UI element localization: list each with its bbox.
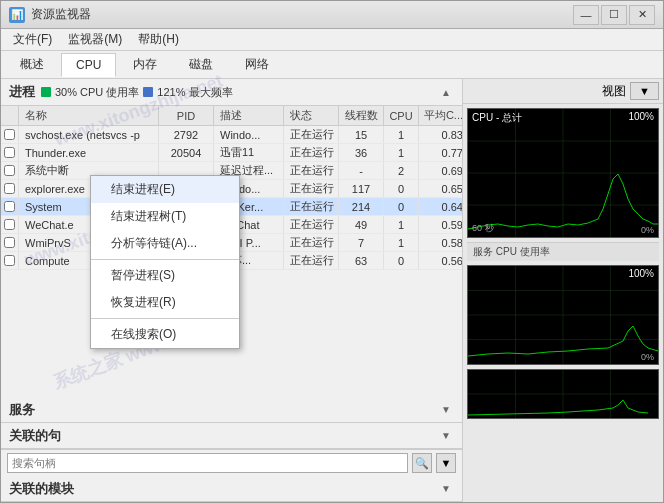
search-bar: 🔍 ▼ (1, 449, 462, 476)
tab-overview[interactable]: 概述 (5, 51, 59, 78)
context-menu-item[interactable]: 结束进程树(T) (91, 203, 239, 230)
service-header-left: 服务 (9, 401, 35, 419)
context-menu-item[interactable]: 结束进程(E) (91, 176, 239, 203)
time-label: 60 秒 (472, 222, 494, 235)
table-row[interactable]: Thunder.exe 20504 迅雷11 正在运行 36 1 0.77 (1, 144, 462, 162)
collapse-service-button[interactable]: ▼ (438, 402, 454, 418)
close-button[interactable]: ✕ (629, 5, 655, 25)
context-menu-item[interactable]: 在线搜索(O) (91, 321, 239, 348)
row-avg: 0.83 (419, 126, 462, 143)
row-cpu: 0 (384, 252, 419, 269)
table-row[interactable]: svchost.exe (netsvcs -p 2792 Windo... 正在… (1, 126, 462, 144)
context-menu: 结束进程(E)结束进程树(T)分析等待链(A)...暂停进程(S)恢复进程(R)… (90, 175, 240, 349)
row-threads: 214 (339, 198, 384, 215)
service-graph-svg (468, 266, 658, 364)
cpu-total-graph-svg (468, 109, 658, 237)
row-cpu: 0 (384, 198, 419, 215)
row-threads: 36 (339, 144, 384, 161)
row-checkbox[interactable] (1, 216, 19, 233)
service-cpu-graph: 100% 0% (467, 265, 659, 365)
row-name: Thunder.exe (19, 144, 159, 161)
row-desc: 迅雷11 (214, 144, 284, 161)
related-module-left: 关联的模块 (9, 480, 74, 498)
process-title: 进程 (9, 83, 35, 101)
row-threads: - (339, 162, 384, 179)
collapse-process-button[interactable]: ▲ (438, 84, 454, 100)
th-name[interactable]: 名称 (19, 106, 159, 125)
row-status: 正在运行 (284, 162, 339, 179)
row-checkbox[interactable] (1, 198, 19, 215)
row-cpu: 0 (384, 180, 419, 197)
process-section-header[interactable]: 进程 30% CPU 使用率 121% 最大频率 ▲ (1, 79, 462, 106)
search-button[interactable]: 🔍 (412, 453, 432, 473)
th-status[interactable]: 状态 (284, 106, 339, 125)
row-checkbox[interactable] (1, 162, 19, 179)
th-pid[interactable]: PID (159, 106, 214, 125)
title-left: 📊 资源监视器 (9, 6, 91, 23)
service-zero: 0% (641, 352, 654, 362)
tab-disk[interactable]: 磁盘 (174, 51, 228, 78)
row-checkbox[interactable] (1, 234, 19, 251)
th-cpu[interactable]: CPU (384, 106, 419, 125)
context-menu-separator (91, 318, 239, 319)
collapse-handle-button[interactable]: ▼ (438, 428, 454, 444)
menu-help[interactable]: 帮助(H) (130, 29, 187, 50)
related-module-title: 关联的模块 (9, 480, 74, 498)
view-dropdown-button[interactable]: ▼ (630, 82, 659, 100)
search-options-button[interactable]: ▼ (436, 453, 456, 473)
tab-network[interactable]: 网络 (230, 51, 284, 78)
row-cpu: 1 (384, 126, 419, 143)
related-handle-left: 关联的句 (9, 427, 61, 445)
row-pid: 2792 (159, 126, 214, 143)
row-avg: 0.65 (419, 180, 462, 197)
maximize-button[interactable]: ☐ (601, 5, 627, 25)
th-avg[interactable]: 平均C... (419, 106, 462, 125)
row-cpu: 1 (384, 234, 419, 251)
row-avg: 0.56 (419, 252, 462, 269)
cpu-graph-area: CPU - 总计 100% 60 秒 0% (463, 104, 663, 502)
service-title: 服务 (9, 401, 35, 419)
row-checkbox[interactable] (1, 180, 19, 197)
minimize-button[interactable]: — (573, 5, 599, 25)
process-header-left: 进程 30% CPU 使用率 121% 最大频率 (9, 83, 233, 101)
row-status: 正在运行 (284, 180, 339, 197)
related-module-section-header[interactable]: 关联的模块 ▼ (1, 476, 462, 502)
context-menu-item[interactable]: 恢复进程(R) (91, 289, 239, 316)
table-header: 名称 PID 描述 状态 线程数 CPU 平均C... (1, 106, 462, 126)
row-cpu: 1 (384, 216, 419, 233)
tab-bar: 概述 CPU 内存 磁盘 网络 (1, 51, 663, 79)
row-threads: 15 (339, 126, 384, 143)
row-status: 正在运行 (284, 144, 339, 161)
green-indicator (41, 87, 51, 97)
row-checkbox[interactable] (1, 126, 19, 143)
cpu-usage-text: 30% CPU 使用率 (55, 85, 139, 100)
search-input[interactable] (7, 453, 408, 473)
th-threads[interactable]: 线程数 (339, 106, 384, 125)
right-panel: 视图 ▼ CPU - 总计 100% 60 秒 0% (463, 79, 663, 502)
context-menu-item[interactable]: 暂停进程(S) (91, 262, 239, 289)
row-pid: 20504 (159, 144, 214, 161)
row-threads: 7 (339, 234, 384, 251)
row-status: 正在运行 (284, 234, 339, 251)
th-desc[interactable]: 描述 (214, 106, 284, 125)
cpu-usage-indicator: 30% CPU 使用率 121% 最大频率 (41, 85, 233, 100)
collapse-module-button[interactable]: ▼ (438, 481, 454, 497)
max-freq-text: 121% 最大频率 (157, 85, 232, 100)
menu-file[interactable]: 文件(F) (5, 29, 60, 50)
row-avg: 0.58 (419, 234, 462, 251)
row-status: 正在运行 (284, 252, 339, 269)
row-name: svchost.exe (netsvcs -p (19, 126, 159, 143)
tab-memory[interactable]: 内存 (118, 51, 172, 78)
row-cpu: 1 (384, 144, 419, 161)
row-checkbox[interactable] (1, 252, 19, 269)
row-desc: Windo... (214, 126, 284, 143)
view-label: 视图 (602, 83, 626, 100)
context-menu-item[interactable]: 分析等待链(A)... (91, 230, 239, 257)
service-section-header[interactable]: 服务 ▼ (1, 397, 462, 423)
cpu-total-graph: CPU - 总计 100% 60 秒 0% (467, 108, 659, 238)
app-icon: 📊 (9, 7, 25, 23)
row-checkbox[interactable] (1, 144, 19, 161)
menu-monitor[interactable]: 监视器(M) (60, 29, 130, 50)
tab-cpu[interactable]: CPU (61, 53, 116, 77)
related-handle-section-header[interactable]: 关联的句 ▼ (1, 423, 462, 449)
